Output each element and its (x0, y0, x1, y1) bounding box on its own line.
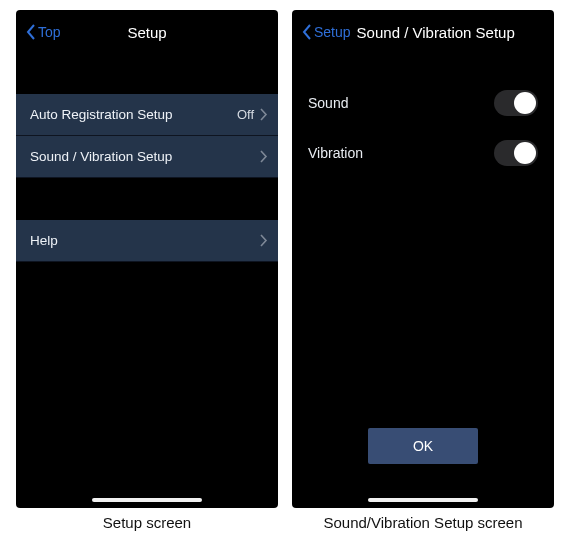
chevron-left-icon (26, 24, 36, 40)
caption-left: Setup screen (16, 514, 278, 531)
toggle-label: Sound (308, 95, 494, 111)
back-button[interactable]: Top (26, 24, 61, 40)
caption-right: Sound/Vibration Setup screen (292, 514, 554, 531)
spacer (16, 178, 278, 220)
toggle-knob (514, 142, 536, 164)
navbar: Setup Sound / Vibration Setup (292, 10, 554, 54)
row-label: Help (30, 233, 260, 248)
chevron-right-icon (260, 150, 268, 163)
spacer (16, 54, 278, 94)
navbar: Top Setup (16, 10, 278, 54)
row-value: Off (237, 107, 254, 122)
chevron-right-icon (260, 234, 268, 247)
row-label: Sound / Vibration Setup (30, 149, 260, 164)
ok-button[interactable]: OK (368, 428, 478, 464)
row-sound-vibration-setup[interactable]: Sound / Vibration Setup (16, 136, 278, 178)
spacer (292, 54, 554, 74)
toggle-label: Vibration (308, 145, 494, 161)
home-indicator[interactable] (368, 498, 478, 502)
page-title: Sound / Vibration Setup (357, 24, 515, 41)
back-label: Setup (314, 24, 351, 40)
row-label: Auto Registration Setup (30, 107, 237, 122)
row-auto-registration-setup[interactable]: Auto Registration Setup Off (16, 94, 278, 136)
back-label: Top (38, 24, 61, 40)
sound-vibration-setup-screen: Setup Sound / Vibration Setup Sound Vibr… (292, 10, 554, 508)
chevron-right-icon (260, 108, 268, 121)
back-button[interactable]: Setup (302, 24, 351, 40)
toggle-knob (514, 92, 536, 114)
home-indicator[interactable] (92, 498, 202, 502)
ok-button-label: OK (413, 438, 433, 454)
vibration-toggle[interactable] (494, 140, 538, 166)
sound-toggle[interactable] (494, 90, 538, 116)
row-help[interactable]: Help (16, 220, 278, 262)
toggle-row-vibration: Vibration (292, 124, 554, 174)
toggle-row-sound: Sound (292, 74, 554, 124)
setup-screen: Top Setup Auto Registration Setup Off So… (16, 10, 278, 508)
chevron-left-icon (302, 24, 312, 40)
